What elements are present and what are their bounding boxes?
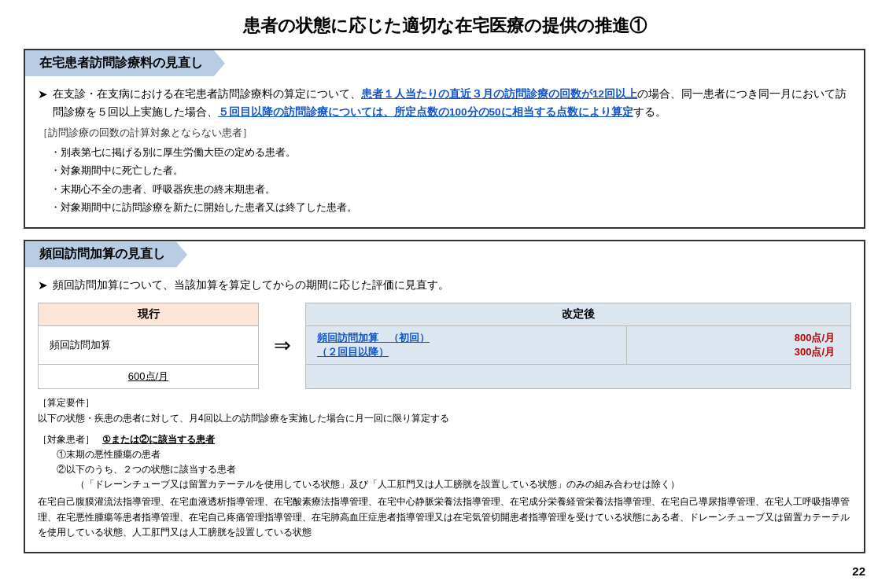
- after-value2: 300点/月: [643, 345, 835, 359]
- section2-intro-text: 頻回訪問加算について、当該加算を算定してからの期間に応じた評価に見直す。: [53, 277, 449, 295]
- santeiyoken-text: 以下の状態・疾患の患者に対して、月4回以上の訪問診療を実施した場合に月一回に限り…: [38, 413, 449, 424]
- section1-text3: する。: [633, 106, 666, 118]
- list-item: 対象期間中に訪問診療を新たに開始した患者又は終了した患者。: [50, 198, 851, 216]
- section1-header: 在宅患者訪問診療料の見直し: [25, 50, 225, 76]
- col-after-header: 改定後: [306, 303, 851, 326]
- after-label2: （２回目以降）: [317, 345, 615, 359]
- taisho-label: ①または②に該当する患者: [102, 434, 215, 445]
- page-title: 患者の状態に応じた適切な在宅医療の提供の推進①: [24, 14, 865, 38]
- santeiyoken-block: ［算定要件］ 以下の状態・疾患の患者に対して、月4回以上の訪問診療を実施した場合…: [38, 395, 851, 425]
- empty-arrow: [259, 365, 306, 389]
- row1-label: 頻回訪問加算: [39, 326, 259, 365]
- list-item: 対象期間中に死亡した者。: [50, 161, 851, 179]
- list-item: 別表第七に掲げる別に厚生労働大臣の定める患者。: [50, 143, 851, 161]
- taisho-item0: ①末期の悪性腫瘍の患者: [57, 447, 851, 462]
- section1-box: 在宅患者訪問診療料の見直し ➤ 在支診・在支病における在宅患者訪問診療料の算定に…: [24, 49, 865, 229]
- after-label1: 頻回訪問加算 （初回）: [317, 331, 615, 345]
- taisho-block: ［対象患者］ ①または②に該当する患者 ①末期の悪性腫瘍の患者 ②以下のうち、２…: [38, 432, 851, 541]
- empty-after: [306, 365, 851, 389]
- freq-table: 現行 改定後 頻回訪問加算 ⇒ 頻回訪問加算 （初回） （２回目以降）: [38, 303, 851, 389]
- taisho-item1: ②以下のうち、２つの状態に該当する患者: [57, 462, 851, 477]
- bullet-list: 別表第七に掲げる別に厚生労働大臣の定める患者。 対象期間中に死亡した者。 末期心…: [38, 143, 851, 217]
- col-current-header: 現行: [39, 303, 259, 326]
- row1-after-labels: 頻回訪問加算 （初回） （２回目以降）: [306, 326, 627, 365]
- section1-main: ➤ 在支診・在支病における在宅患者訪問診療料の算定について、患者１人当たりの直近…: [38, 86, 851, 122]
- section1-text1: 在支診・在支病における在宅患者訪問診療料の算定について、: [53, 88, 361, 100]
- section1-link2: ５回目以降の訪問診療については、所定点数の100分の50に相当する点数により算定: [218, 106, 633, 118]
- section2-box: 頻回訪問加算の見直し ➤ 頻回訪問加算について、当該加算を算定してからの期間に応…: [24, 240, 865, 553]
- santeiyoken-header: ［算定要件］: [38, 397, 94, 408]
- list-item: 末期心不全の患者、呼吸器疾患の終末期患者。: [50, 180, 851, 198]
- page-number: 22: [24, 564, 865, 578]
- taisho-detail: 在宅自己腹膜灌流法指導管理、在宅血液透析指導管理、在宅酸素療法指導管理、在宅中心…: [38, 494, 851, 541]
- arrow-cell: ⇒: [259, 326, 306, 365]
- freq-table-wrap: 現行 改定後 頻回訪問加算 ⇒ 頻回訪問加算 （初回） （２回目以降）: [38, 303, 851, 389]
- taisho-note1: （「ドレーンチューブ又は留置カテーテルを使用している状態」及び「人工肛門又は人工…: [76, 477, 851, 491]
- calc-note: ［訪問診療の回数の計算対象とならない患者］: [38, 127, 851, 140]
- section2-header: 頻回訪問加算の見直し: [25, 241, 187, 267]
- section2-intro: ➤ 頻回訪問加算について、当該加算を算定してからの期間に応じた評価に見直す。: [38, 277, 851, 295]
- arrow-symbol2: ➤: [38, 278, 48, 292]
- arrow-symbol: ➤: [38, 87, 48, 101]
- row1-current-value: 600点/月: [39, 365, 259, 389]
- row1-after-values: 800点/月 300点/月: [627, 326, 851, 365]
- section1-link1: 患者１人当たりの直近３月の訪問診療の回数が12回以上: [361, 88, 637, 100]
- arrow-col-header: [259, 303, 306, 326]
- after-value1: 800点/月: [643, 331, 835, 345]
- taisho-header: ［対象患者］: [38, 434, 94, 445]
